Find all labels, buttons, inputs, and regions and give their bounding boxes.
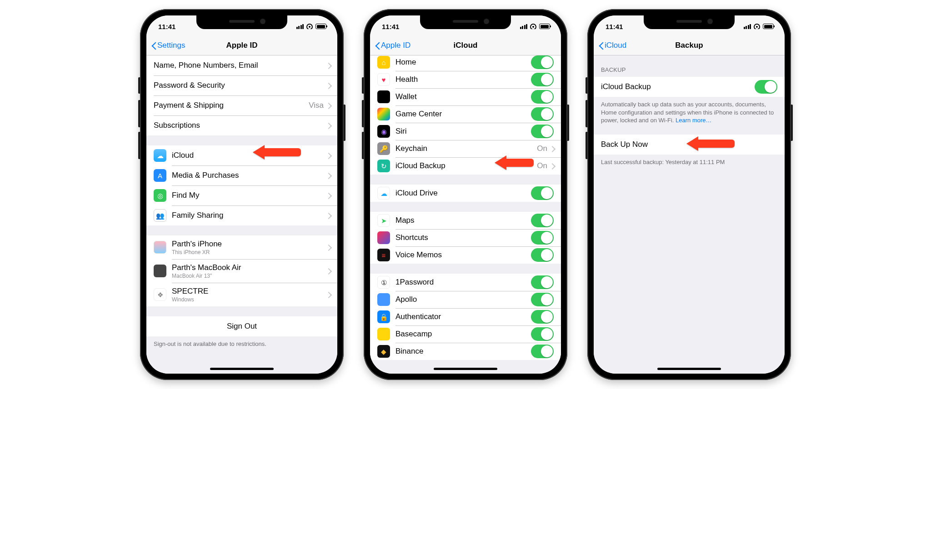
row-payment-shipping[interactable]: Payment & Shipping Visa — [146, 95, 337, 115]
row-device-iphone[interactable]: Parth's iPhone This iPhone XR — [146, 235, 337, 259]
row-home[interactable]: ⌂ Home — [370, 55, 561, 71]
health-icon: ♥ — [377, 73, 390, 86]
toggle-shortcuts[interactable] — [531, 231, 554, 245]
iclouddrive-icon: ☁︎ — [377, 187, 390, 200]
phone-backup: 11:41 iCloud Backup Backup iCloud Ba — [587, 9, 791, 380]
content-appleid: Name, Phone Numbers, Email Password & Se… — [146, 55, 337, 374]
annotation-arrow-icloud — [253, 145, 301, 160]
toggle-binance[interactable] — [531, 345, 554, 358]
row-find-my[interactable]: ◎ Find My — [146, 185, 337, 205]
chevron-right-icon — [326, 192, 330, 199]
toggle-1password[interactable] — [531, 275, 554, 289]
windows-icon: ❖ — [154, 288, 166, 301]
toggle-apollo[interactable] — [531, 293, 554, 306]
row-subscriptions[interactable]: Subscriptions — [146, 115, 337, 135]
cellular-signal-icon — [744, 24, 751, 29]
row-siri[interactable]: ◉ Siri — [370, 123, 561, 140]
back-button[interactable]: Settings — [151, 41, 185, 50]
group-third-party-apps: ① 1Password Apollo 🔒 Authenticator — [370, 274, 561, 360]
back-button[interactable]: iCloud — [598, 41, 626, 50]
toggle-siri[interactable] — [531, 125, 554, 138]
row-apollo[interactable]: Apollo — [370, 291, 561, 308]
toggle-home[interactable] — [531, 55, 554, 69]
chevron-right-icon — [326, 172, 330, 179]
voicememos-icon: ≡ — [377, 249, 390, 261]
learn-more-link[interactable]: Learn more… — [676, 117, 711, 124]
status-time: 11:41 — [382, 21, 399, 30]
battery-icon — [763, 24, 774, 29]
sign-out-button[interactable]: Sign Out — [146, 316, 337, 336]
row-icloud-drive[interactable]: ☁︎ iCloud Drive — [370, 185, 561, 202]
basecamp-icon — [377, 328, 390, 340]
chevron-right-icon — [326, 152, 330, 159]
detail-value: On — [537, 161, 547, 170]
row-health[interactable]: ♥ Health — [370, 71, 561, 88]
group-apple-apps: ➤ Maps Shortcuts ≡ Voice Memos — [370, 212, 561, 264]
row-game-center[interactable]: Game Center — [370, 105, 561, 123]
chevron-right-icon — [326, 212, 330, 219]
row-keychain[interactable]: 🔑 Keychain On — [370, 140, 561, 157]
toggle-gamecenter[interactable] — [531, 107, 554, 121]
toggle-wallet[interactable] — [531, 90, 554, 104]
phone-appleid: 11:41 Settings Apple ID Name, Phone Numb… — [140, 9, 344, 380]
wifi-icon — [530, 24, 537, 29]
row-device-windows[interactable]: ❖ SPECTRE Windows — [146, 283, 337, 306]
row-maps[interactable]: ➤ Maps — [370, 212, 561, 229]
signout-footer: Sign-out is not available due to restric… — [146, 336, 337, 352]
row-binance[interactable]: ◆ Binance — [370, 343, 561, 360]
chevron-right-icon — [326, 291, 330, 298]
last-backup-text: Last successful backup: Yesterday at 11:… — [594, 155, 785, 170]
back-button[interactable]: Apple ID — [375, 41, 410, 50]
battery-icon — [539, 24, 550, 29]
status-time: 11:41 — [606, 21, 623, 30]
page-title: Backup — [675, 41, 703, 50]
toggle-authenticator[interactable] — [531, 310, 554, 324]
chevron-right-icon — [326, 102, 330, 109]
toggle-basecamp[interactable] — [531, 327, 554, 341]
row-family-sharing[interactable]: 👥 Family Sharing — [146, 205, 337, 225]
nav-bar: Settings Apple ID — [146, 35, 337, 55]
row-icloud[interactable]: ☁︎ iCloud — [146, 145, 337, 165]
row-name-phone-email[interactable]: Name, Phone Numbers, Email — [146, 55, 337, 75]
row-basecamp[interactable]: Basecamp — [370, 325, 561, 343]
content-backup: Backup iCloud Backup Automatically back … — [594, 55, 785, 374]
row-voice-memos[interactable]: ≡ Voice Memos — [370, 246, 561, 264]
chevron-right-icon — [550, 145, 554, 152]
home-indicator[interactable] — [434, 368, 497, 370]
page-title: iCloud — [454, 41, 478, 50]
cloud-icon: ☁︎ — [154, 149, 166, 162]
row-device-macbook[interactable]: Parth's MacBook Air MacBook Air 13" — [146, 259, 337, 283]
toggle-icloud-backup[interactable] — [755, 80, 777, 94]
back-label: Settings — [157, 41, 185, 50]
detail-value: On — [537, 144, 547, 153]
toggle-voicememos[interactable] — [531, 248, 554, 262]
backup-footer: Automatically back up data such as your … — [594, 97, 785, 128]
row-media-purchases[interactable]: A Media & Purchases — [146, 165, 337, 185]
chevron-right-icon — [326, 62, 330, 69]
wifi-icon — [753, 24, 761, 29]
shortcuts-icon — [377, 231, 390, 244]
row-wallet[interactable]: Wallet — [370, 88, 561, 105]
toggle-health[interactable] — [531, 73, 554, 86]
appstore-icon: A — [154, 169, 166, 182]
content-icloud[interactable]: ⌂ Home ♥ Health Wallet — [370, 55, 561, 374]
cellular-signal-icon — [296, 24, 304, 29]
row-shortcuts[interactable]: Shortcuts — [370, 229, 561, 246]
group-icloud-drive: ☁︎ iCloud Drive — [370, 185, 561, 202]
row-icloud-backup-toggle[interactable]: iCloud Backup — [594, 77, 785, 97]
row-1password[interactable]: ① 1Password — [370, 274, 561, 291]
toggle-iclouddrive[interactable] — [531, 186, 554, 200]
home-indicator[interactable] — [210, 368, 274, 370]
group-signout: Sign Out — [146, 316, 337, 336]
row-authenticator[interactable]: 🔒 Authenticator — [370, 308, 561, 325]
back-label: Apple ID — [381, 41, 410, 50]
group-account-info: Name, Phone Numbers, Email Password & Se… — [146, 55, 337, 135]
home-indicator[interactable] — [657, 368, 721, 370]
row-password-security[interactable]: Password & Security — [146, 75, 337, 95]
back-label: iCloud — [605, 41, 626, 50]
status-time: 11:41 — [158, 21, 175, 30]
annotation-arrow-backup-now — [686, 136, 735, 151]
home-icon: ⌂ — [377, 56, 390, 69]
nav-bar: iCloud Backup — [594, 35, 785, 55]
toggle-maps[interactable] — [531, 214, 554, 227]
